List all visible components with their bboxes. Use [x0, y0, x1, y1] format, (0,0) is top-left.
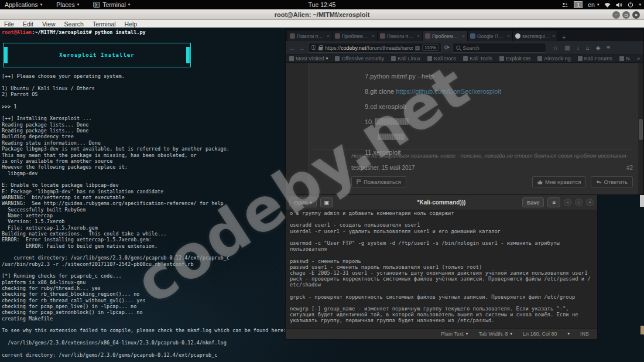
bookmark-item[interactable]: Kali Docs	[427, 56, 456, 62]
forward-icon[interactable]: →	[299, 45, 305, 52]
post-number[interactable]: #2	[626, 165, 633, 171]
places-menu[interactable]: Places ▾	[56, 1, 79, 8]
star-icon[interactable]: ☆	[553, 45, 558, 51]
close-button[interactable]: ×	[586, 199, 594, 206]
tab-close-icon[interactable]: ×	[552, 33, 555, 39]
terminal-menu-item[interactable]: Terminal	[93, 21, 116, 28]
editor-line: useradd user1 - создать пользователя use…	[290, 222, 597, 228]
maximize-button[interactable]: ▢	[622, 11, 630, 19]
bookmark-item[interactable]: Aircrack-ng	[537, 56, 571, 62]
tab-close-icon[interactable]: ×	[507, 33, 510, 39]
browser-tab[interactable]: Помоги пожа... ×	[378, 31, 423, 41]
insert-mode-indicator[interactable]: INS	[580, 331, 589, 337]
editor-headerbar[interactable]: Open ▾ ▣ *Kali-command))) Save ≡ − ○ ×	[286, 195, 597, 210]
tab-width-selector[interactable]: Tab Width: 8 ▾	[478, 331, 512, 337]
close-button[interactable]: ×	[632, 11, 640, 19]
new-tab-button[interactable]: +	[558, 34, 570, 41]
terminal-menu-item[interactable]: Edit	[23, 21, 33, 28]
editor-line: usermod -c "User FTP" -g system -d /ftp/…	[290, 240, 597, 246]
scrollbar-thumb[interactable]	[639, 119, 643, 140]
bookmark-favicon	[391, 56, 396, 61]
back-icon[interactable]: ←	[289, 45, 296, 52]
terminal-menu-item[interactable]: View	[42, 21, 56, 28]
new-document-button[interactable]: ▣	[320, 197, 333, 207]
tab-favicon	[515, 33, 520, 39]
language-selector[interactable]: Plain Text ▾	[441, 331, 468, 337]
home-icon[interactable]: ⌂	[586, 45, 590, 51]
editor-line: ситуация будет идентичной той, в которой…	[290, 312, 597, 317]
terminal-titlebar[interactable]: root@Alien: ~/MITMf/xerosploit − ▢ ×	[0, 9, 644, 20]
power-icon[interactable]	[628, 2, 633, 8]
browser-tab[interactable]: Проблема - х... ×	[423, 31, 468, 41]
terminal-menu-item[interactable]: Help	[125, 21, 138, 28]
applications-menu[interactable]: Applications ▾	[5, 1, 42, 8]
chevron-down-icon: ▾	[597, 2, 600, 7]
minimize-button[interactable]: −	[612, 11, 620, 19]
bookmark-item[interactable]: Kali Linux	[391, 56, 420, 62]
browser-tab[interactable]: Проблема - с... ×	[333, 31, 378, 41]
reply-button[interactable]: Ответить	[591, 176, 633, 187]
terminal-line	[2, 346, 644, 352]
terminal-menu-item[interactable]: File	[4, 21, 14, 28]
bookmarks-overflow-icon[interactable]: »	[637, 56, 640, 62]
save-button[interactable]: Save	[522, 197, 544, 207]
downloads-icon[interactable]: ↓	[577, 45, 580, 51]
zoom-level[interactable]: 110%	[422, 45, 439, 51]
workspace-indicator[interactable]: 1	[574, 1, 583, 8]
like-button[interactable]: Мне нравится	[532, 176, 586, 187]
maximize-button[interactable]: ○	[575, 199, 583, 206]
bookmark-favicon	[537, 56, 542, 61]
minimize-button[interactable]: −	[564, 199, 571, 206]
keyboard-layout[interactable]: en ▾	[588, 1, 599, 8]
terminal-appmenu[interactable]: ❯ Terminal ▾	[93, 1, 130, 8]
volume-icon[interactable]	[616, 2, 622, 8]
extension-icon[interactable]: ◈	[596, 45, 601, 51]
browser-tab[interactable]: secretsquirrel... ×	[513, 31, 558, 41]
url-bar[interactable]: ⓘ https://codeby.net/forum/threads/xeros…	[308, 43, 441, 53]
bookmark-item[interactable]: Offensive Security	[335, 56, 384, 62]
page-scrollbar[interactable]	[638, 63, 643, 194]
post-body: 7.python mitmf.py --help8.git clone http…	[365, 72, 632, 163]
chevron-down-icon[interactable]: ▾	[639, 2, 641, 7]
post-line: 10.	[365, 118, 632, 126]
chevron-down-icon: ▾	[326, 56, 328, 61]
tab-close-icon[interactable]: ×	[462, 33, 465, 39]
report-button[interactable]: Пожаловаться	[351, 176, 406, 187]
browser-tab[interactable]: Помоги пожа... ×	[287, 31, 333, 41]
post-link[interactable]: https://github.com/LionSec/xerosploit	[396, 88, 501, 95]
post-author-date[interactable]: testpusher, 15 май 2017	[351, 165, 415, 171]
chevron-down-icon: ▾	[310, 200, 312, 205]
bookmark-favicon	[499, 56, 504, 61]
bookmark-item[interactable]: NetHunter	[619, 56, 630, 62]
menu-icon[interactable]: ≡	[607, 45, 610, 51]
open-button[interactable]: Open ▾	[289, 197, 317, 207]
bookmarks-icon[interactable]: ▥	[564, 45, 570, 51]
chevron-down-icon[interactable]: ▾	[567, 332, 570, 336]
text-editor-window: Open ▾ ▣ *Kali-command))) Save ≡ − ○ × о…	[285, 194, 598, 340]
tab-close-icon[interactable]: ×	[327, 33, 330, 39]
post-signature: Нельзя не стараться познавать новое - по…	[351, 152, 628, 159]
post-line: 9.cd xerosploit	[365, 103, 632, 111]
reload-icon[interactable]: ⟳	[444, 44, 450, 52]
browser-tab[interactable]: Google Пере... ×	[468, 31, 513, 41]
post-author-column	[286, 63, 309, 194]
bookmark-item[interactable]: Exploit-DB	[499, 56, 531, 62]
post-line	[365, 133, 632, 141]
thumbs-up-icon	[537, 179, 543, 185]
wifi-icon[interactable]	[604, 2, 611, 8]
editor-line: pwck - проверить корректность системных …	[290, 276, 597, 282]
bookmark-item[interactable]: Kali Tools	[463, 56, 492, 62]
search-input[interactable]: Search	[453, 43, 546, 53]
editor-line: passwd user1 - сменить пароль пользовате…	[290, 264, 597, 270]
editor-text-area[interactable]: о в группу admin и добавить комментарии …	[286, 210, 597, 328]
bookmark-item[interactable]: Most Visited ▾	[289, 56, 328, 62]
reader-mode-icon[interactable]: ▤	[415, 45, 420, 51]
editor-menu-button[interactable]: ≡	[547, 197, 560, 207]
info-icon[interactable]: ⓘ	[311, 44, 316, 52]
clock[interactable]: Tue 12:45	[309, 0, 336, 9]
terminal-menu-item[interactable]: Search	[64, 21, 84, 28]
bookmark-item[interactable]: Kali Forums	[578, 56, 612, 62]
tab-close-icon[interactable]: ×	[372, 33, 375, 39]
tab-close-icon[interactable]: ×	[417, 33, 420, 39]
cursor-position[interactable]: Ln 160, Col 80	[523, 331, 557, 337]
